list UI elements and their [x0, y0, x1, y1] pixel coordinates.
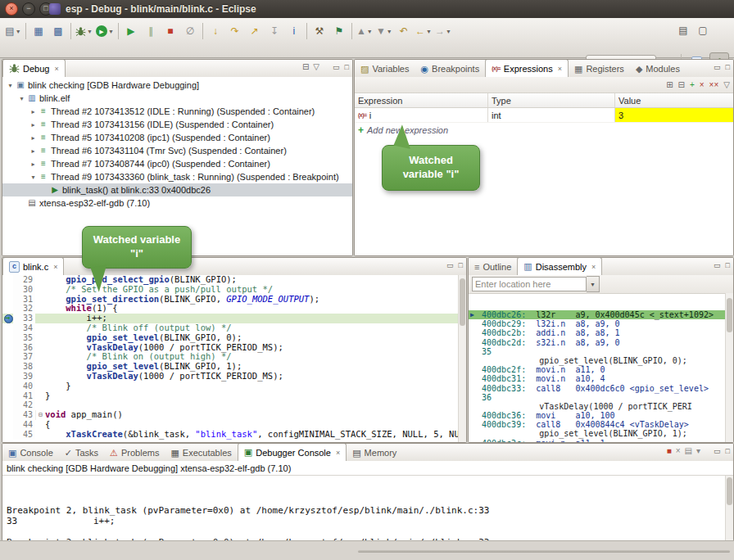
- close-window-button[interactable]: ×: [5, 2, 18, 16]
- expander-icon[interactable]: ▸: [29, 147, 38, 155]
- column-header-value[interactable]: Value: [615, 93, 733, 107]
- editor-scrollbar[interactable]: [458, 275, 466, 442]
- open-console-icon[interactable]: ▤: [674, 21, 692, 39]
- debug-tree-item[interactable]: ▸≡Thread #7 1073408744 (ipc0) (Suspended…: [2, 157, 352, 170]
- debug-tree-item[interactable]: ▤xtensa-esp32-elf-gdb (7.10): [2, 196, 352, 210]
- tab-expressions[interactable]: (x)=Expressions×: [485, 59, 569, 78]
- tab-console[interactable]: ▣Console: [2, 445, 59, 461]
- minimize-view-icon[interactable]: ▭: [714, 63, 721, 71]
- console-output[interactable]: Breakpoint 2, blink_task (pvParameter=0x…: [2, 493, 725, 540]
- tab-blink-c[interactable]: cblink.c×: [2, 257, 64, 276]
- breakpoint-margin[interactable]: [2, 382, 13, 391]
- minimize-view-icon[interactable]: ▭: [714, 447, 721, 455]
- forward-icon[interactable]: →▼: [434, 22, 452, 40]
- minimize-view-icon[interactable]: ▭: [446, 261, 454, 269]
- resume-icon[interactable]: ▶: [122, 22, 140, 40]
- instruction-stepping-icon[interactable]: i: [285, 22, 303, 40]
- tab-debugger-console[interactable]: ▣Debugger Console×: [238, 443, 347, 462]
- tab-breakpoints[interactable]: ◉Breakpoints: [415, 61, 485, 77]
- collapse-all-icon[interactable]: ⊟: [302, 62, 309, 71]
- breakpoint-margin[interactable]: [2, 343, 13, 353]
- drop-to-frame-icon[interactable]: ↧: [265, 22, 283, 40]
- minimize-view-icon[interactable]: ▭: [714, 261, 721, 269]
- console-scrollbar[interactable]: [725, 476, 733, 540]
- disassembly-listing[interactable]: ▶400dbc26: l32r a9, 0x400d045c <_stext+1…: [469, 310, 726, 442]
- debug-icon[interactable]: ▼: [75, 22, 93, 40]
- breakpoint-margin[interactable]: [2, 430, 13, 440]
- save-all-icon[interactable]: ▩: [49, 22, 67, 40]
- remove-expression-icon[interactable]: ×: [700, 80, 705, 89]
- breakpoint-margin[interactable]: [2, 420, 13, 430]
- step-over-icon[interactable]: ↷: [226, 22, 244, 40]
- expander-icon[interactable]: ▾: [17, 95, 26, 102]
- close-tab-icon[interactable]: ×: [558, 65, 562, 73]
- close-tab-icon[interactable]: ×: [53, 263, 57, 271]
- view-menu-icon[interactable]: ▽: [313, 62, 319, 71]
- debug-tree-item[interactable]: ▸≡Thread #6 1073431104 (Tmr Svc) (Suspen…: [2, 144, 352, 157]
- expander-icon[interactable]: ▾: [6, 82, 15, 89]
- last-edit-location-icon[interactable]: ↶: [395, 22, 413, 40]
- new-wizard-icon[interactable]: ▤▼: [4, 22, 22, 40]
- breakpoint-margin[interactable]: [2, 372, 13, 382]
- disconnect-icon[interactable]: ∅: [181, 22, 199, 40]
- breakpoint-margin[interactable]: [2, 400, 13, 410]
- debug-tree-item[interactable]: ▶blink_task() at blink.c:33 0x400dbc26: [2, 183, 352, 196]
- terminate-icon[interactable]: ■: [667, 446, 672, 455]
- maximize-view-icon[interactable]: □: [726, 63, 730, 71]
- minimize-view-icon[interactable]: ▭: [333, 63, 340, 71]
- location-dropdown-icon[interactable]: ▼: [587, 276, 600, 292]
- save-icon[interactable]: ▦: [29, 22, 48, 40]
- breakpoint-margin[interactable]: [2, 295, 13, 305]
- maximize-view-icon[interactable]: □: [345, 63, 349, 71]
- breakpoint-margin[interactable]: [2, 391, 13, 401]
- breakpoint-margin[interactable]: [2, 410, 13, 420]
- maximize-view-icon[interactable]: □: [726, 261, 730, 269]
- view-menu-icon[interactable]: ▽: [723, 80, 730, 89]
- expander-icon[interactable]: ▸: [29, 121, 38, 129]
- breakpoint-margin[interactable]: [2, 333, 13, 343]
- debug-tree-item[interactable]: ▾▥blink.elf: [2, 92, 352, 105]
- disassembly-scrollbar[interactable]: [725, 293, 733, 442]
- breakpoint-marker[interactable]: →: [2, 314, 13, 323]
- previous-annotation-icon[interactable]: ▲▼: [356, 22, 374, 40]
- window-icon[interactable]: ▢: [694, 21, 712, 39]
- tab-registers[interactable]: ▦Registers: [569, 61, 630, 77]
- tab-modules[interactable]: ◆Modules: [630, 61, 686, 77]
- tab-outline[interactable]: ≡Outline: [469, 259, 517, 275]
- flag-icon[interactable]: ⚑: [330, 22, 348, 40]
- expander-icon[interactable]: ▸: [29, 160, 38, 168]
- open-console-icon[interactable]: ▾: [696, 446, 700, 455]
- close-tab-icon[interactable]: ×: [336, 449, 340, 457]
- maximize-view-icon[interactable]: □: [726, 447, 730, 455]
- tab-memory[interactable]: ▤Memory: [347, 445, 402, 461]
- show-type-names-icon[interactable]: ⊞: [666, 80, 673, 89]
- breakpoint-margin[interactable]: [2, 323, 13, 333]
- close-tab-icon[interactable]: ×: [591, 263, 596, 271]
- clear-console-icon[interactable]: ▤: [685, 446, 692, 455]
- location-input[interactable]: Enter location here: [472, 277, 587, 291]
- editor-surface[interactable]: 29 gpio_pad_select_gpio(BLINK_GPIO);30 /…: [2, 275, 466, 442]
- build-icon[interactable]: ⚒: [310, 22, 328, 40]
- fold-marker-icon[interactable]: ⊟: [35, 410, 45, 420]
- next-annotation-icon[interactable]: ▼▼: [375, 22, 393, 40]
- breakpoint-margin[interactable]: [2, 275, 13, 285]
- remove-all-expressions-icon[interactable]: ××: [709, 80, 719, 89]
- debug-tree-item[interactable]: ▾≡Thread #9 1073433360 (blink_task : Run…: [2, 170, 352, 183]
- minimize-window-button[interactable]: −: [22, 2, 35, 16]
- terminate-icon[interactable]: ■: [161, 22, 179, 40]
- maximize-view-icon[interactable]: □: [459, 261, 463, 269]
- expander-icon[interactable]: ▸: [29, 108, 38, 115]
- bottom-trim-handle[interactable]: [358, 550, 730, 553]
- tab-disassembly[interactable]: ▥Disassembly×: [517, 257, 602, 276]
- tab-executables[interactable]: ▦Executables: [165, 445, 237, 461]
- suspend-icon[interactable]: ∥: [142, 22, 160, 40]
- column-header-expression[interactable]: Expression: [355, 93, 488, 107]
- remove-launch-icon[interactable]: ×: [676, 446, 681, 455]
- debug-tree-item[interactable]: ▸≡Thread #3 1073413156 (IDLE) (Suspended…: [2, 118, 352, 131]
- breakpoint-margin[interactable]: [2, 352, 13, 362]
- show-logical-structures-icon[interactable]: ⊟: [678, 80, 685, 89]
- expander-icon[interactable]: ▸: [29, 134, 38, 142]
- tab-debug[interactable]: Debug×: [2, 59, 66, 78]
- breakpoint-margin[interactable]: [2, 362, 13, 372]
- step-return-icon[interactable]: ↗: [246, 22, 264, 40]
